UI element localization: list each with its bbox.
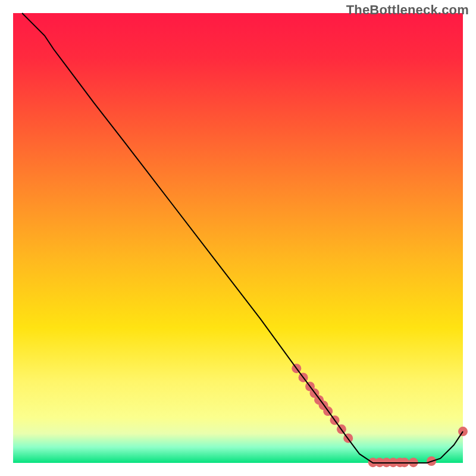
- chart-stage: TheBottleneck.com: [0, 0, 476, 476]
- gradient-background: [13, 13, 463, 463]
- chart-svg: [0, 0, 476, 476]
- watermark-text: TheBottleneck.com: [346, 2, 469, 18]
